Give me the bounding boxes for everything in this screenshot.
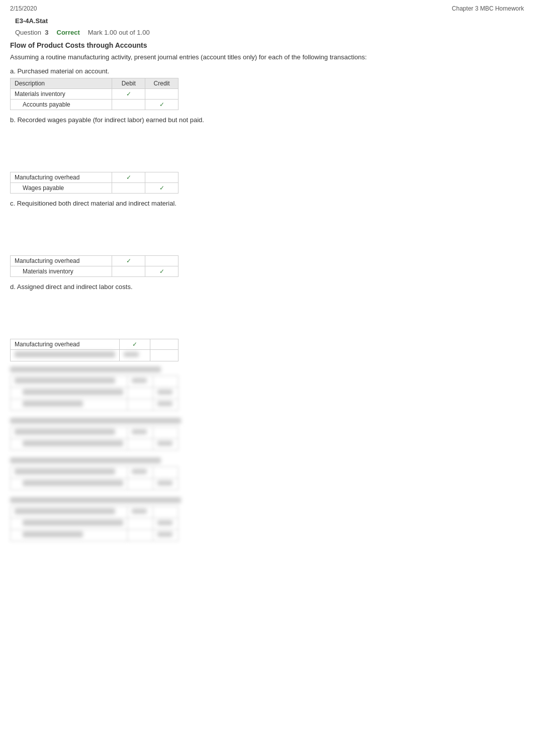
- row-debit: ✓: [112, 255, 145, 266]
- row-debit: [112, 266, 145, 276]
- stat-label: E3-4A.Stat: [10, 17, 524, 25]
- part-c-label: c. Requisitioned both direct material an…: [10, 200, 524, 207]
- top-bar: 2/15/2020 Chapter 3 MBC Homework: [10, 5, 524, 12]
- part-b-table: Manufacturing overhead ✓ Wages payable ✓: [10, 172, 179, 194]
- table-row: Accounts payable ✓: [11, 99, 179, 110]
- row-credit: ✓: [145, 266, 179, 276]
- table-row: Manufacturing overhead ✓: [11, 255, 179, 266]
- date-label: 2/15/2020: [10, 5, 37, 12]
- blurred-section-4: [10, 497, 524, 541]
- row-desc-indent: Materials inventory: [11, 266, 112, 276]
- row-debit: ✓: [112, 172, 145, 182]
- part-d-block: d. Assigned direct and indirect labor co…: [10, 283, 524, 541]
- row-debit: [112, 182, 145, 193]
- row-desc: Materials inventory: [11, 88, 112, 99]
- part-c-block: c. Requisitioned both direct material an…: [10, 200, 524, 277]
- row-desc: Manufacturing overhead: [11, 339, 120, 349]
- col-header-debit: Debit: [112, 78, 145, 88]
- table-row: Materials inventory ✓: [11, 88, 179, 99]
- part-d-label: d. Assigned direct and indirect labor co…: [10, 283, 524, 291]
- blurred-additional-content: [10, 366, 524, 541]
- row-debit: ✓: [120, 339, 150, 349]
- row-desc-indent: Accounts payable: [11, 99, 112, 110]
- row-credit: [145, 255, 179, 266]
- question-label: Question 3: [15, 29, 49, 36]
- part-a-block: a. Purchased material on account. Descri…: [10, 67, 524, 110]
- row-debit-blurred: [120, 349, 150, 361]
- row-credit: [150, 339, 179, 349]
- row-credit: [145, 172, 179, 182]
- row-credit-blurred: [150, 349, 179, 361]
- part-a-label: a. Purchased material on account.: [10, 67, 524, 75]
- part-c-spacer: [10, 210, 524, 255]
- blurred-section-2: [10, 418, 524, 450]
- part-b-block: b. Recorded wages payable (for indirect …: [10, 116, 524, 194]
- correct-badge: Correct: [57, 29, 80, 36]
- blurred-section-3: [10, 457, 524, 490]
- row-debit: [112, 99, 145, 110]
- row-desc: Manufacturing overhead: [11, 172, 112, 182]
- row-desc-blurred: [11, 349, 120, 361]
- part-a-table: Description Debit Credit Materials inven…: [10, 78, 179, 110]
- col-header-credit: Credit: [145, 78, 179, 88]
- row-desc-indent: Wages payable: [11, 182, 112, 193]
- blurred-section-1: [10, 366, 524, 411]
- part-d-spacer: [10, 294, 524, 339]
- row-credit: [145, 88, 179, 99]
- instruction-text: Assuming a routine manufacturing activit…: [10, 52, 524, 62]
- row-credit: ✓: [145, 182, 179, 193]
- row-credit: ✓: [145, 99, 179, 110]
- table-row-blurred: [11, 349, 179, 361]
- part-d-table: Manufacturing overhead ✓: [10, 339, 179, 361]
- part-b-label: b. Recorded wages payable (for indirect …: [10, 116, 524, 124]
- table-row: Wages payable ✓: [11, 182, 179, 193]
- section-title: Flow of Product Costs through Accounts: [10, 41, 524, 49]
- table-row: Materials inventory ✓: [11, 266, 179, 276]
- mark-label: Mark 1.00 out of 1.00: [88, 29, 150, 36]
- col-header-description: Description: [11, 78, 112, 88]
- part-b-spacer: [10, 127, 524, 172]
- table-row: Manufacturing overhead ✓: [11, 172, 179, 182]
- page-title: Chapter 3 MBC Homework: [452, 5, 524, 12]
- row-debit: ✓: [112, 88, 145, 99]
- table-row: Manufacturing overhead ✓: [11, 339, 179, 349]
- part-c-table: Manufacturing overhead ✓ Materials inven…: [10, 255, 179, 277]
- question-meta: Question 3 Correct Mark 1.00 out of 1.00: [10, 29, 524, 36]
- row-desc: Manufacturing overhead: [11, 255, 112, 266]
